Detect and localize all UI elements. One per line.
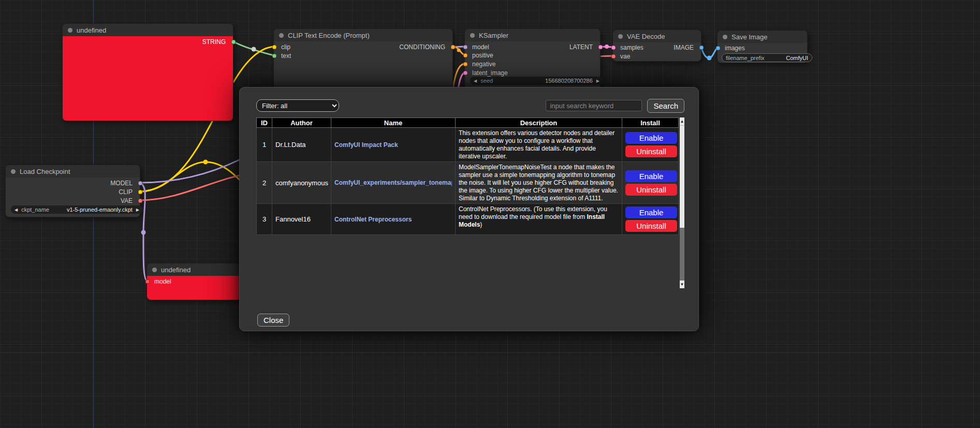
enable-button[interactable]: Enable xyxy=(625,170,677,182)
filename-prefix-widget[interactable]: filename_prefix ComfyUI xyxy=(722,53,812,62)
filter-select[interactable]: Filter: all xyxy=(256,99,339,112)
output-slot-dot[interactable] xyxy=(451,45,456,50)
output-slot-dot[interactable] xyxy=(138,190,143,195)
table-row: 3 Fannovel16 ControlNet Preprocessors Co… xyxy=(257,204,679,235)
node-collapse-dot[interactable] xyxy=(68,28,72,33)
input-slot-dot[interactable] xyxy=(716,46,721,51)
node-collapse-dot[interactable] xyxy=(152,268,157,272)
output-slot-dot[interactable] xyxy=(598,45,603,50)
node-title-bar[interactable]: Load Checkpoint xyxy=(6,165,140,178)
extension-link[interactable]: ComfyUI_experiments/sampler_tonemap xyxy=(334,179,452,186)
input-slot-dot[interactable] xyxy=(463,62,468,67)
output-label-latent: LATENT xyxy=(569,43,593,51)
input-slot-dot[interactable] xyxy=(272,54,277,58)
node-collapse-dot[interactable] xyxy=(279,33,284,38)
link-midpoint-dot xyxy=(203,160,208,165)
input-label-model: model xyxy=(472,43,489,51)
cell-name: ControlNet Preprocessors xyxy=(331,204,456,235)
enable-button[interactable]: Enable xyxy=(625,206,677,218)
ckpt-name-widget[interactable]: ◀ ckpt_name v1-5-pruned-emaonly.ckpt ▶ xyxy=(11,205,143,214)
enable-button[interactable]: Enable xyxy=(625,132,677,144)
node-title: CLIP Text Encode (Prompt) xyxy=(288,32,370,39)
output-slot-dot[interactable] xyxy=(231,40,236,45)
node-save-image[interactable]: Save Image images filename_prefix ComfyU… xyxy=(717,30,808,63)
node-title-bar[interactable]: undefined xyxy=(147,263,242,276)
scroll-up-button[interactable]: ▲ xyxy=(680,117,684,125)
previous-arrow-icon[interactable]: ◀ xyxy=(14,208,18,212)
node-undefined-top[interactable]: undefined STRING xyxy=(62,23,233,121)
scrollbar-track[interactable] xyxy=(680,228,684,281)
input-label-samples: samples xyxy=(620,43,643,52)
widget-label: filename_prefix xyxy=(726,55,765,61)
widget-label: seed xyxy=(480,78,493,84)
widget-value: v1-5-pruned-emaonly.ckpt xyxy=(67,206,133,213)
widget-value: ComfyUI xyxy=(786,55,808,61)
dialog-toolbar: Filter: all Search xyxy=(256,99,684,112)
input-label-model: model xyxy=(154,277,171,286)
node-collapse-dot[interactable] xyxy=(618,34,623,39)
close-button[interactable]: Close xyxy=(257,314,289,327)
scroll-down-icon: ▼ xyxy=(680,282,684,287)
node-title: undefined xyxy=(161,266,191,274)
scroll-up-icon: ▲ xyxy=(680,119,684,124)
cell-description: This extension offers various detector n… xyxy=(456,128,622,162)
decrement-arrow-icon[interactable]: ◀ xyxy=(474,79,477,83)
cell-description: ControlNet Preprocessors. (To use this e… xyxy=(456,204,622,235)
scroll-down-button[interactable]: ▼ xyxy=(680,281,684,288)
node-title-bar[interactable]: CLIP Text Encode (Prompt) xyxy=(274,29,452,41)
node-vae-decode[interactable]: VAE Decode samples vae IMAGE xyxy=(612,29,701,62)
comfyui-canvas[interactable]: undefined STRING CLIP Text Encode (Promp… xyxy=(0,0,980,428)
extension-link[interactable]: ComfyUI Impact Pack xyxy=(334,141,452,149)
node-collapse-dot[interactable] xyxy=(11,169,16,174)
node-title: Save Image xyxy=(732,33,767,41)
node-load-checkpoint[interactable]: Load Checkpoint MODEL CLIP VAE ◀ ckpt_na… xyxy=(5,165,140,217)
node-undefined-bottom[interactable]: undefined model xyxy=(147,263,242,300)
cell-install: Enable Uninstall xyxy=(622,162,679,204)
uninstall-button[interactable]: Uninstall xyxy=(625,184,677,196)
search-input[interactable] xyxy=(546,100,642,111)
output-label-vae: VAE xyxy=(121,197,133,205)
header-author: Author xyxy=(272,118,331,128)
input-slot-dot[interactable] xyxy=(611,46,616,50)
node-title-bar[interactable]: KSampler xyxy=(465,29,600,41)
link-midpoint-dot xyxy=(605,45,609,49)
node-collapse-dot[interactable] xyxy=(723,35,727,39)
table-row: 2 comfyanonymous ComfyUI_experiments/sam… xyxy=(257,162,679,204)
extension-table: ID Author Name Description Install 1 Dr.… xyxy=(256,117,679,235)
cell-id: 3 xyxy=(257,204,272,235)
input-slot-dot[interactable] xyxy=(463,71,468,76)
input-slot-dot[interactable] xyxy=(611,54,616,59)
table-scrollbar[interactable]: ▲ ▼ xyxy=(680,117,684,288)
output-slot-dot[interactable] xyxy=(138,199,143,203)
input-slot-dot[interactable] xyxy=(463,45,468,50)
output-label-model: MODEL xyxy=(110,179,133,187)
cell-id: 2 xyxy=(257,162,272,204)
scrollbar-thumb[interactable] xyxy=(680,125,684,228)
next-arrow-icon[interactable]: ▶ xyxy=(136,208,139,212)
cell-id: 1 xyxy=(257,128,272,162)
node-title-bar[interactable]: Save Image xyxy=(718,31,807,43)
input-label-text: text xyxy=(281,52,291,60)
widget-label: ckpt_name xyxy=(21,206,49,213)
cell-author: comfyanonymous xyxy=(272,162,331,204)
increment-arrow-icon[interactable]: ▶ xyxy=(596,79,599,83)
uninstall-button[interactable]: Uninstall xyxy=(625,220,677,232)
input-slot-dot[interactable] xyxy=(463,53,468,58)
search-button[interactable]: Search xyxy=(647,99,684,113)
extension-link[interactable]: ControlNet Preprocessors xyxy=(334,216,452,223)
seed-widget[interactable]: ◀ seed 156680208700286 ▶ xyxy=(470,77,603,85)
input-label-latent-image: latent_image xyxy=(472,69,508,77)
input-slot-dot[interactable] xyxy=(272,45,277,50)
input-slot-dot[interactable] xyxy=(145,279,150,284)
cell-name: ComfyUI Impact Pack xyxy=(331,128,456,162)
output-slot-dot[interactable] xyxy=(699,46,704,50)
table-header-row: ID Author Name Description Install xyxy=(257,118,679,128)
cell-install: Enable Uninstall xyxy=(622,128,679,162)
input-label-clip: clip xyxy=(281,43,290,51)
output-slot-dot[interactable] xyxy=(138,181,143,186)
node-title-bar[interactable]: VAE Decode xyxy=(613,30,701,42)
node-title-bar[interactable]: undefined xyxy=(63,24,233,36)
input-label-vae: vae xyxy=(620,52,630,61)
node-collapse-dot[interactable] xyxy=(470,33,475,38)
uninstall-button[interactable]: Uninstall xyxy=(625,145,677,157)
